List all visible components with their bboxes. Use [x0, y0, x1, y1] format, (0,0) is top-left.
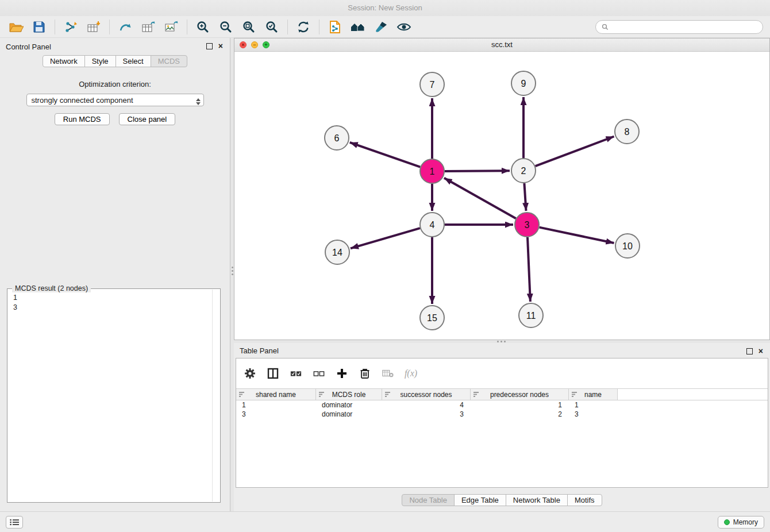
graph-node-7[interactable]: 7: [420, 72, 444, 97]
export-table-button[interactable]: [137, 18, 160, 36]
import-network-button[interactable]: [59, 18, 82, 36]
zoom-in-button[interactable]: [191, 18, 214, 36]
memory-button[interactable]: Memory: [718, 516, 764, 529]
zoom-fit-button[interactable]: [237, 18, 260, 36]
graph-node-14[interactable]: 14: [325, 240, 349, 264]
optimization-criterion-label: Optimization criterion:: [0, 80, 230, 88]
table-header-row: shared name MCDS role successor nodes pr…: [236, 388, 768, 400]
run-mcds-button[interactable]: Run MCDS: [55, 113, 110, 125]
graph-edge-3-10[interactable]: [540, 228, 614, 243]
table-row[interactable]: 3dominator323: [236, 410, 768, 419]
control-panel-float-button[interactable]: [206, 43, 213, 49]
column-header-successor-nodes[interactable]: successor nodes: [382, 389, 471, 400]
search-input[interactable]: [612, 22, 757, 32]
show-columns-button[interactable]: [267, 368, 279, 379]
graph-node-9[interactable]: 9: [511, 71, 536, 95]
criterion-dropdown[interactable]: strongly connected component: [26, 94, 204, 106]
svg-text:1: 1: [430, 167, 435, 176]
delete-table-icon: [382, 369, 394, 378]
graph-edge-2-3[interactable]: [524, 183, 526, 211]
eye-icon: [396, 22, 411, 32]
table-row[interactable]: 1dominator411: [236, 400, 768, 410]
control-panel-tabs: Network Style Select MCDS: [0, 55, 230, 67]
graph-node-1[interactable]: 1: [420, 159, 444, 183]
home-panels-button[interactable]: [346, 18, 369, 36]
toolbar-separator: [187, 20, 187, 34]
table-panel-close-button[interactable]: ×: [759, 348, 763, 354]
window-zoom-button[interactable]: +: [263, 41, 270, 48]
mcds-result-lines: 1 3: [7, 289, 220, 317]
tab-network[interactable]: Network: [43, 55, 85, 67]
tab-mcds[interactable]: MCDS: [151, 55, 187, 67]
zoom-out-icon: [220, 21, 232, 33]
zoom-selected-button[interactable]: [260, 18, 283, 36]
svg-text:15: 15: [427, 313, 437, 323]
graph-node-4[interactable]: 4: [420, 213, 444, 237]
table-panel-float-button[interactable]: [746, 348, 753, 354]
apply-style-button[interactable]: [369, 18, 392, 36]
select-all-icon: [290, 370, 302, 377]
deselect-all-button[interactable]: [313, 370, 325, 377]
network-graph[interactable]: 7968124314101511: [234, 51, 769, 340]
show-hide-button[interactable]: [392, 18, 415, 36]
task-history-button[interactable]: [6, 516, 23, 529]
table-settings-button[interactable]: [244, 368, 256, 379]
export-image-button[interactable]: [160, 18, 183, 36]
column-header-name[interactable]: name: [569, 389, 618, 400]
tab-edge-table[interactable]: Edge Table: [454, 494, 506, 506]
import-table-button[interactable]: [82, 18, 105, 36]
graph-node-6[interactable]: 6: [325, 126, 349, 150]
table-cell: dominator: [316, 401, 382, 409]
table-cell: 3: [236, 410, 316, 418]
network-clipboard-button[interactable]: [324, 18, 346, 36]
tab-node-table[interactable]: Node Table: [402, 494, 455, 506]
graph-node-15[interactable]: 15: [420, 306, 444, 330]
network-view-title: scc.txt: [491, 40, 513, 49]
graph-node-8[interactable]: 8: [615, 119, 639, 144]
tab-style[interactable]: Style: [84, 55, 116, 67]
refresh-view-button[interactable]: [292, 18, 315, 36]
column-header-predecessor-nodes[interactable]: predecessor nodes: [471, 389, 569, 400]
tab-select[interactable]: Select: [116, 55, 151, 67]
graph-edge-2-8[interactable]: [536, 137, 614, 167]
import-network-icon: [64, 21, 78, 33]
graph-edge-3-1[interactable]: [444, 178, 516, 218]
open-session-button[interactable]: [5, 18, 28, 36]
tab-network-table[interactable]: Network Table: [506, 494, 568, 506]
save-floppy-icon: [33, 21, 45, 33]
svg-text:6: 6: [334, 133, 340, 143]
add-column-button[interactable]: [336, 368, 348, 379]
window-minimize-button[interactable]: −: [251, 41, 258, 48]
delete-table-button[interactable]: [382, 369, 394, 378]
graph-node-11[interactable]: 11: [519, 303, 543, 327]
table-cell: 3: [382, 410, 471, 418]
zoom-out-button[interactable]: [214, 18, 237, 36]
sort-icon: [473, 392, 479, 397]
refresh-icon: [297, 20, 310, 34]
search-icon: [602, 24, 609, 30]
graph-edge-1-6[interactable]: [350, 142, 421, 167]
svg-text:4: 4: [430, 220, 435, 230]
svg-text:3: 3: [525, 220, 530, 230]
graph-node-10[interactable]: 10: [615, 234, 640, 258]
tab-motifs[interactable]: Motifs: [567, 494, 602, 506]
select-all-button[interactable]: [290, 370, 302, 377]
svg-text:8: 8: [625, 127, 630, 137]
column-header-shared-name[interactable]: shared name: [236, 389, 316, 400]
graph-node-3[interactable]: 3: [515, 213, 539, 237]
graph-edge-1-2[interactable]: [445, 171, 510, 171]
table-panel-header: Table Panel ×: [234, 343, 770, 358]
network-view-window: × − + scc.txt 7968124314101511: [234, 38, 770, 340]
column-header-mcds-role[interactable]: MCDS role: [316, 389, 382, 400]
graph-edge-4-14[interactable]: [351, 228, 420, 248]
close-panel-button[interactable]: Close panel: [119, 113, 176, 125]
graph-edge-3-11[interactable]: [528, 237, 530, 302]
function-builder-button[interactable]: f(x): [405, 368, 417, 379]
window-close-button[interactable]: ×: [240, 41, 247, 48]
save-session-button[interactable]: [28, 18, 51, 36]
delete-column-button[interactable]: [359, 368, 371, 379]
control-panel-close-button[interactable]: ×: [218, 43, 223, 49]
graph-node-2[interactable]: 2: [511, 159, 536, 183]
export-network-button[interactable]: [114, 18, 137, 36]
network-canvas[interactable]: 7968124314101511: [234, 51, 769, 340]
